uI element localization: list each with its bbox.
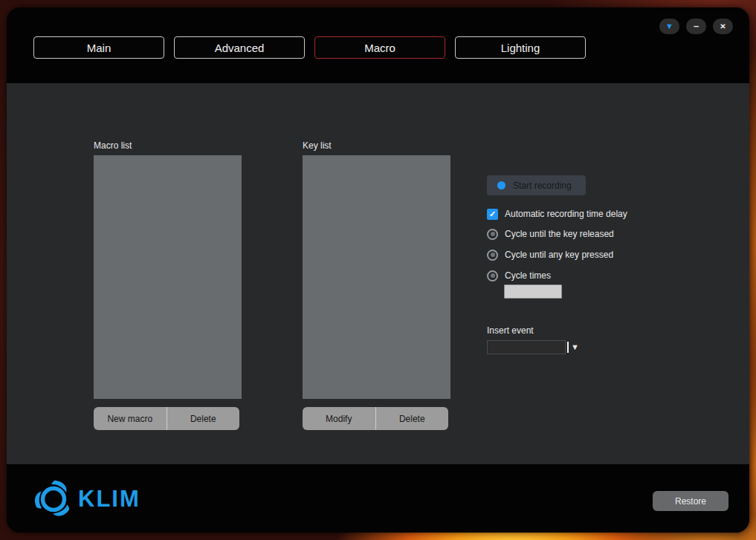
insert-event-value xyxy=(487,340,566,354)
minimize-icon: – xyxy=(694,21,699,30)
insert-event-label: Insert event xyxy=(487,325,534,336)
auto-delay-checkbox[interactable]: ✓ xyxy=(487,209,498,220)
content-area: Macro list New macro Delete Key list Mod… xyxy=(7,83,749,464)
window-controls: ▼ – ✕ xyxy=(659,19,733,34)
delete-key-button[interactable]: Delete xyxy=(375,407,449,430)
radio-cycle-times[interactable] xyxy=(487,270,498,282)
start-recording-button[interactable]: Start recording xyxy=(487,175,586,195)
brand: KLIM xyxy=(32,478,140,521)
macro-list-buttons: New macro Delete xyxy=(94,407,239,430)
klim-logo-icon xyxy=(32,478,75,521)
tab-advanced[interactable]: Advanced xyxy=(174,36,305,59)
macro-list-label: Macro list xyxy=(94,140,132,151)
cycle-pressed-label: Cycle until any key pressed xyxy=(505,250,613,260)
dropdown-divider xyxy=(567,342,569,353)
footer: KLIM Restore xyxy=(7,464,749,533)
app-window: ▼ – ✕ Main Advanced Macro Lighting Macro… xyxy=(7,7,749,533)
key-list[interactable] xyxy=(303,155,450,399)
key-list-buttons: Modify Delete xyxy=(303,407,448,430)
auto-delay-row: ✓ Automatic recording time delay xyxy=(487,208,627,220)
cycle-released-row: Cycle until the key released xyxy=(487,228,614,240)
key-list-label: Key list xyxy=(303,140,332,151)
cycle-released-label: Cycle until the key released xyxy=(505,229,614,239)
auto-delay-label: Automatic recording time delay xyxy=(505,209,627,219)
cycle-pressed-row: Cycle until any key pressed xyxy=(487,249,613,261)
cycle-times-input[interactable] xyxy=(504,284,562,299)
modify-key-button[interactable]: Modify xyxy=(303,407,375,430)
triangle-down-icon: ▼ xyxy=(665,22,673,30)
tab-lighting[interactable]: Lighting xyxy=(455,36,586,59)
restore-button[interactable]: Restore xyxy=(653,491,728,511)
chevron-down-icon: ▼ xyxy=(571,343,579,351)
delete-macro-button[interactable]: Delete xyxy=(167,407,240,430)
check-icon: ✓ xyxy=(489,210,496,218)
start-recording-label: Start recording xyxy=(513,180,572,191)
close-button[interactable]: ✕ xyxy=(713,19,733,34)
tab-macro[interactable]: Macro xyxy=(314,36,445,59)
cycle-times-label: Cycle times xyxy=(505,270,551,281)
minimize-button[interactable]: – xyxy=(686,19,706,34)
brand-name: KLIM xyxy=(78,486,140,513)
insert-event-dropdown[interactable]: ▼ xyxy=(487,340,579,354)
cycle-times-row: Cycle times xyxy=(487,270,551,282)
macro-list[interactable] xyxy=(94,155,242,399)
new-macro-button[interactable]: New macro xyxy=(94,407,167,430)
radio-cycle-until-released[interactable] xyxy=(487,229,498,240)
tab-main[interactable]: Main xyxy=(33,36,164,59)
radio-cycle-until-pressed[interactable] xyxy=(487,250,498,261)
close-icon: ✕ xyxy=(720,23,726,30)
record-dot-icon xyxy=(497,181,505,189)
tab-bar: Main Advanced Macro Lighting xyxy=(33,36,586,59)
menu-button[interactable]: ▼ xyxy=(659,19,679,34)
